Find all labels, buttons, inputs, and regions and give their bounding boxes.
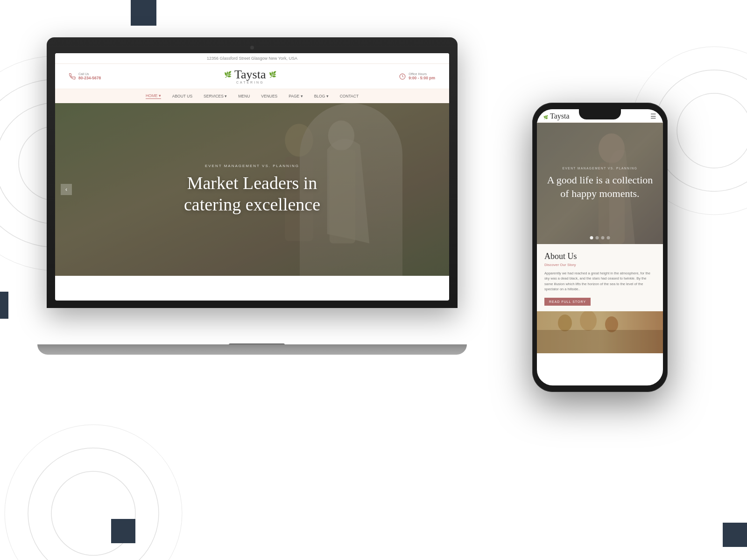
call-label: Call Us (78, 72, 101, 76)
laptop-screen: 12356 Glassford Street Glasgow New York,… (55, 53, 449, 301)
site-nav[interactable]: HOME ▾ ABOUT US SERVICES ▾ MENU VENUES P… (55, 89, 449, 103)
site-header-right: Office Hours 9:00 - 5:00 pm (399, 72, 435, 80)
nav-item-venues[interactable]: VENUES (261, 94, 277, 98)
laptop-mockup: 12356 Glassford Street Glasgow New York,… (47, 37, 467, 355)
phone-about-section: About Us Discover Our Story Apparently w… (537, 244, 663, 311)
phone-hamburger-icon[interactable]: ☰ (650, 112, 656, 120)
phone-about-subtitle: Discover Our Story (544, 263, 655, 267)
svg-point-4 (51, 471, 135, 555)
topbar-address: 12356 Glassford Street Glasgow New York,… (207, 56, 297, 61)
nav-item-page[interactable]: PAGE ▾ (289, 94, 303, 98)
phone-screen: 🌿 Taysta ☰ (537, 109, 663, 385)
svg-rect-27 (537, 311, 663, 353)
call-number: 80-234-5678 (78, 76, 101, 80)
svg-rect-14 (723, 523, 747, 547)
logo-leaves-left: 🌿 (224, 71, 232, 78)
site-logo: 🌿 Taysta 🌿 CATERING (224, 69, 276, 84)
phone-dot-1[interactable] (590, 236, 593, 239)
nav-item-services[interactable]: SERVICES ▾ (204, 94, 227, 98)
phone-hero-title: A good life is a collection of happy mom… (546, 174, 654, 200)
phone-logo-text: Taysta (550, 112, 570, 120)
phone-about-title: About Us (544, 252, 655, 261)
site-header: Call Us 80-234-5678 🌿 Taysta 🌿 CATERING (55, 64, 449, 89)
nav-item-about[interactable]: ABOUT US (172, 94, 192, 98)
hero-prev-button[interactable]: ‹ (61, 184, 72, 195)
logo-text: Taysta (234, 69, 266, 81)
laptop-camera (250, 46, 254, 49)
phone-read-full-story-button[interactable]: READ FULL STORY (544, 298, 591, 306)
phone-logo-leaves-left: 🌿 (543, 115, 548, 119)
svg-rect-13 (111, 519, 135, 543)
svg-rect-31 (537, 330, 663, 353)
logo-sub: CATERING (224, 81, 276, 84)
phone-icon (69, 73, 76, 80)
site-topbar: 12356 Glassford Street Glasgow New York,… (55, 53, 449, 64)
phone-body: 🌿 Taysta ☰ (532, 103, 668, 392)
phone-dot-2[interactable] (596, 236, 599, 239)
hero-title: Market Leaders incatering excellence (184, 173, 320, 215)
phone-bottom-image (537, 311, 663, 353)
phone-slider-dots (590, 236, 610, 239)
svg-point-30 (605, 316, 618, 332)
nav-item-home[interactable]: HOME ▾ (146, 93, 161, 99)
phone-dot-3[interactable] (601, 236, 605, 239)
site-hero: EVENT MANAGEMENT VS. PLANNING Market Lea… (55, 103, 449, 276)
phone-about-text: Apparently we had reached a great height… (544, 271, 655, 292)
svg-point-6 (5, 425, 182, 560)
phone-hero: EVENT MANAGEMENT VS. PLANNING A good lif… (537, 123, 663, 244)
phone-hero-overlay: EVENT MANAGEMENT VS. PLANNING A good lif… (537, 123, 663, 244)
laptop-body: 12356 Glassford Street Glasgow New York,… (47, 37, 458, 308)
svg-point-5 (28, 448, 159, 560)
nav-item-contact[interactable]: CONTACT (340, 94, 359, 98)
svg-point-28 (558, 315, 572, 331)
clock-icon (399, 73, 406, 80)
office-hours: 9:00 - 5:00 pm (409, 76, 435, 80)
svg-point-29 (580, 311, 597, 331)
phone-notch (579, 109, 621, 119)
hero-subtitle: EVENT MANAGEMENT VS. PLANNING (205, 164, 299, 168)
svg-point-7 (677, 93, 747, 168)
phone-mockup: 🌿 Taysta ☰ (532, 103, 668, 392)
phone-logo: 🌿 Taysta (543, 112, 570, 120)
phone-bottom-svg (537, 311, 663, 353)
svg-point-8 (654, 70, 747, 191)
nav-item-blog[interactable]: BLOG ▾ (314, 94, 329, 98)
logo-leaves-right: 🌿 (269, 71, 276, 78)
nav-item-menu[interactable]: MENU (238, 94, 250, 98)
svg-rect-26 (537, 311, 663, 353)
svg-rect-10 (131, 0, 156, 26)
hero-overlay: EVENT MANAGEMENT VS. PLANNING Market Lea… (55, 103, 449, 276)
office-label: Office Hours (409, 72, 435, 76)
svg-rect-11 (0, 292, 8, 319)
phone-hero-subtitle: EVENT MANAGEMENT VS. PLANNING (563, 167, 638, 170)
site-header-left: Call Us 80-234-5678 (69, 72, 101, 80)
phone-dot-4[interactable] (607, 236, 610, 239)
laptop-base (37, 344, 467, 355)
